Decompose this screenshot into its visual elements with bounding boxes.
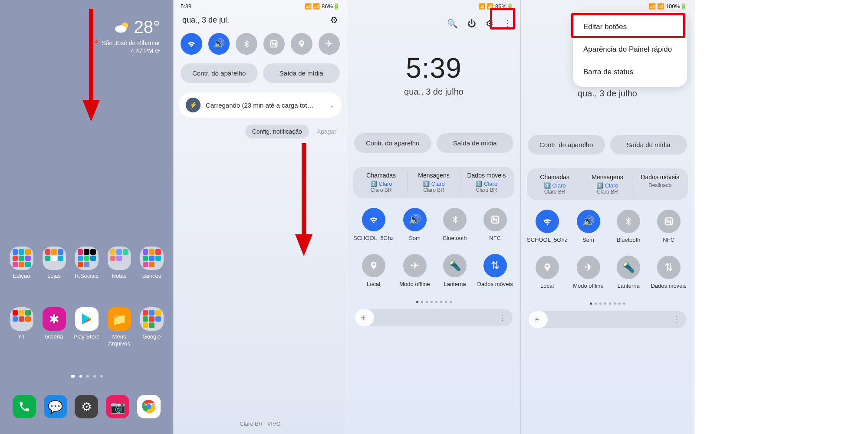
sim-data[interactable]: Dados móveis Desligado — [634, 174, 686, 195]
status-bar: 📶 📶 100%🔋 — [521, 0, 694, 12]
qs-airplane[interactable]: ✈Modo offline — [569, 256, 608, 296]
qs-location[interactable]: Local — [527, 256, 567, 296]
folder-yt[interactable]: YT — [7, 307, 37, 347]
qs-wifi[interactable]: SCHOOL_5Ghz — [353, 208, 394, 248]
quick-settings-with-menu: 📶 📶 100%🔋 5:39 qua., 3 de julho Editar b… — [521, 0, 694, 434]
svg-point-1 — [115, 25, 126, 33]
status-indicators: 📶 📶 100%🔋 — [649, 3, 687, 10]
weather-temp: 28° — [134, 17, 161, 37]
qs-nfc[interactable]: NFC — [476, 208, 514, 248]
status-time: 5:39 — [181, 3, 191, 10]
folder-lojas[interactable]: Lojas — [39, 247, 69, 286]
apps-row: YT ✱Galeria Play Store 📁Meus Arquivos Go… — [0, 307, 173, 347]
quick-settings-expanded: 📶 📶 86%🔋 🔍 ⏻ ⚙ ⋮ 5:39 qua., 3 de julho C… — [347, 0, 521, 434]
svg-marker-4 — [82, 314, 88, 325]
menu-panel-appearance[interactable]: Aparência do Painel rápido — [573, 38, 687, 61]
airplane-icon: ✈ — [403, 254, 427, 277]
folder-edicao[interactable]: Edição — [7, 247, 37, 286]
bluetooth-toggle[interactable] — [236, 33, 257, 55]
folder-rsociais[interactable]: R.Sociais — [72, 247, 102, 286]
qs-sound[interactable]: 🔊Som — [395, 208, 434, 248]
phone-app[interactable] — [13, 395, 36, 418]
folder-row: Edição Lojas R.Sociais Notas Bancos — [0, 247, 173, 286]
menu-status-bar[interactable]: Barra de status — [573, 61, 687, 83]
weather-time: 4:47 PM ⟳ — [92, 47, 160, 54]
clear-button[interactable]: Apagar — [317, 125, 336, 138]
weather-icon — [114, 19, 131, 36]
media-output-button[interactable]: Saída de mídia — [263, 63, 340, 83]
media-output-button[interactable]: Saída de mídia — [610, 135, 687, 155]
svg-marker-12 — [295, 234, 312, 256]
qs-flashlight[interactable]: 🔦Lanterna — [436, 254, 474, 294]
qs-nfc[interactable]: NFC — [649, 210, 688, 250]
folder-notas[interactable]: Notas — [104, 247, 135, 286]
qs-sound[interactable]: 🔊Som — [569, 210, 608, 250]
messages-app[interactable]: 💬 — [44, 395, 67, 418]
brightness-more-icon[interactable]: ⋮ — [499, 313, 506, 322]
brightness-slider[interactable]: ☀ ⋮ — [529, 311, 686, 328]
app-meusarquivos[interactable]: 📁Meus Arquivos — [104, 307, 135, 347]
device-control-button[interactable]: Contr. do aparelho — [181, 63, 258, 83]
quick-toggles: 🔊 ✈ — [174, 30, 347, 57]
notification-text: Carregando (23 min até a carga tot… — [206, 102, 324, 109]
qs-page-indicator — [521, 302, 694, 305]
swipe-down-arrow — [295, 143, 312, 256]
brightness-more-icon[interactable]: ⋮ — [672, 315, 680, 324]
sim-data[interactable]: Dados móveis 1️⃣ Claro Claro BR — [460, 172, 513, 193]
airplane-toggle[interactable]: ✈ — [319, 33, 340, 55]
brightness-icon: ☀ — [534, 316, 540, 324]
airplane-icon: ✈ — [577, 256, 600, 279]
sim-panel[interactable]: Chamadas 1️⃣ Claro Claro BR Mensagens 1️… — [353, 167, 514, 198]
device-control-button[interactable]: Contr. do aparelho — [354, 133, 431, 153]
qs-mobiledata[interactable]: ⇅Dados móveis — [649, 256, 688, 296]
nfc-toggle[interactable] — [263, 33, 285, 55]
app-galeria[interactable]: ✱Galeria — [39, 307, 69, 347]
qs-location[interactable]: Local — [353, 254, 394, 294]
qs-page-indicator — [347, 301, 520, 303]
dock: 💬 ⚙ 📷 — [0, 395, 173, 421]
carrier-label: Claro BR | VIVO — [174, 421, 347, 427]
qs-bluetooth[interactable]: Bluetooth — [436, 208, 474, 248]
page-indicator — [0, 375, 173, 378]
media-output-button[interactable]: Saída de mídia — [437, 133, 514, 153]
date: qua., 3 de julho — [521, 89, 694, 99]
weather-widget[interactable]: 28° 📍 São José de Ribamar 4:47 PM ⟳ — [92, 17, 160, 54]
brightness-slider[interactable]: ☀ ⋮ — [355, 309, 513, 326]
status-indicators: 📶 📶 86%🔋 — [305, 3, 340, 10]
folder-bancos[interactable]: Bancos — [137, 247, 167, 286]
chrome-app[interactable] — [137, 395, 161, 418]
qs-airplane[interactable]: ✈Modo offline — [395, 254, 434, 294]
sound-icon: 🔊 — [403, 208, 427, 231]
search-icon[interactable]: 🔍 — [447, 18, 458, 29]
shade-date: qua., 3 de jul. — [182, 16, 229, 25]
sim-calls[interactable]: Chamadas 1️⃣ Claro Claro BR — [529, 174, 581, 195]
settings-app[interactable]: ⚙ — [75, 395, 98, 418]
sim-calls[interactable]: Chamadas 1️⃣ Claro Claro BR — [355, 172, 408, 193]
clock: 5:39 — [347, 52, 520, 84]
qs-wifi[interactable]: SCHOOL_5Ghz — [527, 210, 567, 250]
device-control-button[interactable]: Contr. do aparelho — [528, 135, 605, 155]
wifi-icon — [362, 208, 385, 231]
power-icon[interactable]: ⏻ — [467, 19, 476, 29]
camera-app[interactable]: 📷 — [106, 395, 129, 418]
location-toggle[interactable] — [291, 33, 312, 55]
location-icon — [362, 254, 385, 277]
nfc-icon — [483, 208, 507, 231]
app-playstore[interactable]: Play Store — [72, 307, 102, 347]
qs-bluetooth[interactable]: Bluetooth — [609, 210, 648, 250]
qs-mobiledata[interactable]: ⇅Dados móveis — [476, 254, 514, 294]
sim-messages[interactable]: Mensagens 1️⃣ Claro Claro BR — [581, 174, 634, 195]
sim-panel[interactable]: Chamadas 1️⃣ Claro Claro BR Mensagens 1️… — [527, 168, 688, 200]
chevron-down-icon[interactable]: ⌄ — [329, 101, 335, 109]
charging-notification[interactable]: ⚡ Carregando (23 min até a carga tot… ⌄ — [179, 92, 342, 118]
sound-toggle[interactable]: 🔊 — [208, 33, 230, 55]
wifi-toggle[interactable] — [181, 33, 202, 55]
notification-settings-button[interactable]: Config. notificação — [245, 125, 309, 138]
settings-icon[interactable]: ⚙ — [330, 15, 338, 25]
sim-messages[interactable]: Mensagens 1️⃣ Claro Claro BR — [408, 172, 460, 193]
svg-rect-11 — [302, 143, 306, 239]
qs-flashlight[interactable]: 🔦Lanterna — [609, 256, 648, 296]
folder-google[interactable]: Google — [137, 307, 167, 347]
sound-icon: 🔊 — [577, 210, 600, 233]
bluetooth-icon — [443, 208, 467, 231]
